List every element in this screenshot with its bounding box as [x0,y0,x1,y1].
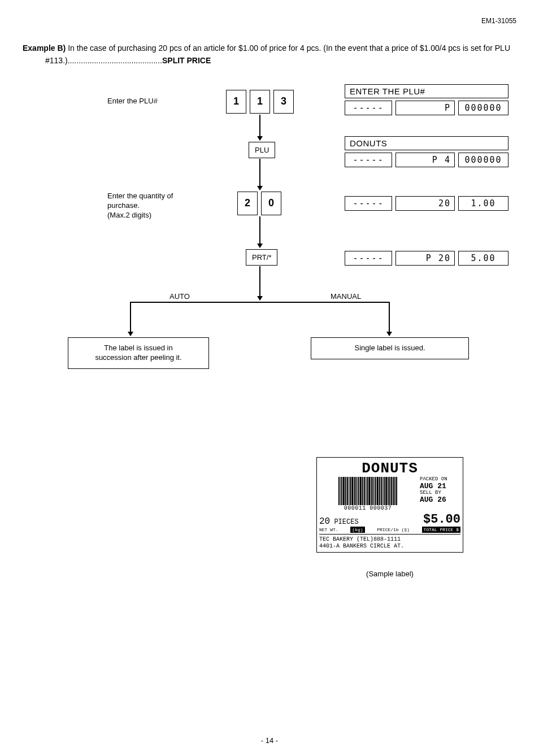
flow-diagram: Enter the PLU# 1 1 3 PLU Enter the quant… [62,90,516,423]
disp1-top: ENTER THE PLU# [345,84,508,98]
total-price: $5.00 [423,512,460,527]
disp4-b: P 20 [395,251,455,266]
instr-qty-l3: (Max.2 digits) [107,211,151,219]
disp3-b: 20 [395,196,455,211]
key-1: 1 [226,90,246,114]
packed-on: AUG 21 [420,483,460,490]
instr-qty-l1: Enter the quantity of [107,192,173,200]
display-1: ENTER THE PLU# ----- P 000000 [345,84,508,115]
arrow-1 [259,115,260,140]
result-auto-l2: succession after peeling it. [95,353,181,362]
label-auto: AUTO [169,292,190,301]
arrow-left-down [130,319,131,336]
label-address: TEC BAKERY (TEL)888-1111 4401-A BANKERS … [319,534,460,550]
addr-line1: TEC BAKERY (TEL)888-1111 [319,536,460,543]
example-label: Example B) [23,44,66,53]
key-1b: 1 [250,90,270,114]
split-left [130,302,131,319]
example-paragraph: Example B) In the case of purchasing 20 … [23,42,516,67]
disp4-c: 5.00 [458,251,508,266]
arrow-3 [259,216,260,247]
result-manual: Single label is issued. [311,337,469,359]
barcode-number: 000011 000037 [344,505,392,511]
totalprice-badge: TOTAL PRICE $ [422,527,460,533]
sample-caption: (Sample label) [316,570,463,578]
barcode: 000011 000037 [319,477,416,511]
instr-qty: Enter the quantity of purchase. (Max.2 d… [107,192,220,220]
disp4-a: ----- [345,251,392,266]
sample-label: DONUTS 000011 000037 PACKED ON AUG 21 SE… [316,457,463,578]
label-title: DONUTS [319,460,460,477]
keyrow-113: 1 1 3 [226,90,294,114]
disp2-top: DONUTS [345,136,508,150]
split-right [389,302,390,319]
display-4: ----- P 20 5.00 [345,251,508,266]
key-0: 0 [261,192,281,215]
arrow-right-down [389,319,390,336]
addr-line2: 4401-A BANKERS CIRCLE AT. [319,543,460,550]
disp2-c: 000000 [458,153,508,167]
disp1-a: ----- [345,101,392,115]
split-h [130,302,390,303]
arrow-2 [259,159,260,190]
label-dates: PACKED ON AUG 21 SELL BY AUG 26 [420,477,460,504]
kg-badge: (kg) [350,527,364,533]
instr-qty-l2: purchase. [107,201,140,210]
display-3: ----- 20 1.00 [345,196,508,211]
barcode-bars [338,477,397,505]
display-2: DONUTS ----- P 4 000000 [345,136,508,167]
arrow-4 [259,266,260,300]
key-3: 3 [273,90,294,114]
result-auto-l1: The label is issued in [104,344,172,352]
instr-enter-plu: Enter the PLU# [107,97,220,106]
disp1-b: P [395,101,455,115]
disp2-a: ----- [345,153,392,167]
keyrow-20: 2 0 [237,192,281,215]
result-auto: The label is issued in succession after … [68,337,209,369]
priceper-lbl: PRICE/lb (§) [377,527,410,532]
example-dots: ........................................… [68,56,162,65]
pieces-text: PIECES [334,518,358,526]
disp3-c: 1.00 [458,196,508,211]
doc-code: EM1-31055 [23,17,516,25]
sell-by: AUG 26 [420,496,460,504]
disp2-b: P 4 [395,153,455,167]
key-plu: PLU [249,142,275,158]
netwt-lbl: NET WT. [319,527,338,532]
pieces-num: 20 [319,516,330,527]
key-prt: PRT/* [246,249,277,266]
disp1-c: 000000 [458,101,508,115]
pieces: 20 PIECES [319,516,359,527]
key-2: 2 [237,192,258,215]
page-number: - 14 - [23,736,516,745]
example-suffix: SPLIT PRICE [162,56,211,65]
disp3-a: ----- [345,196,392,211]
label-manual: MANUAL [331,292,361,301]
